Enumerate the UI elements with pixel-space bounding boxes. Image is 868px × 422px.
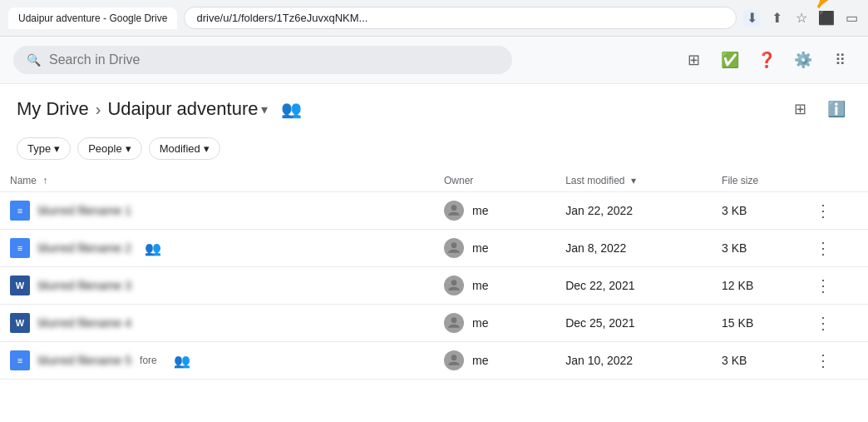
more-options-icon[interactable]: ⋮ [808, 273, 838, 298]
breadcrumb-actions: ⊞ ℹ️ [785, 94, 851, 124]
shared-icon: 👥 [145, 241, 161, 256]
file-name-cell[interactable]: W blurred filename 4 [0, 305, 434, 342]
file-size: 3 KB [722, 241, 747, 255]
checkmark-btn[interactable]: ✅ [715, 45, 745, 75]
info-btn[interactable]: ℹ️ [821, 94, 851, 124]
file-actions-cell[interactable]: ⋮ [798, 267, 868, 305]
table-row[interactable]: ≡ blurred filename 1 me Jan 22, 20223 KB… [0, 192, 868, 230]
file-name-cell[interactable]: W blurred filename 3 [0, 267, 434, 305]
file-owner-cell: me [434, 305, 555, 342]
file-type-icon: ≡ [10, 350, 30, 370]
shared-icon: 👥 [174, 353, 190, 369]
more-options-icon[interactable]: ⋮ [808, 236, 838, 261]
modified-date: Dec 22, 2021 [565, 279, 634, 292]
file-modified-cell: Jan 8, 2022 [555, 230, 712, 267]
owner-name: me [472, 204, 488, 217]
col-file-size: File size [712, 170, 798, 192]
filter-people-label: People [88, 142, 121, 155]
file-modified-cell: Dec 25, 2021 [555, 305, 712, 342]
file-modified-cell: Jan 10, 2022 [555, 342, 712, 380]
more-options-icon[interactable]: ⋮ [808, 310, 838, 335]
svg-point-1 [451, 205, 457, 211]
more-options-icon[interactable]: ⋮ [808, 348, 838, 373]
breadcrumb: My Drive › Udaipur adventure ▾ 👥 ⊞ ℹ️ [0, 84, 868, 134]
file-name-cell[interactable]: ≡ blurred filename 2 👥 [0, 230, 434, 267]
col-owner: Owner [434, 170, 555, 192]
avatar [444, 350, 464, 370]
file-name: blurred filename 2 [38, 241, 131, 255]
search-bar-row: 🔍 ⊞ ✅ ❓ ⚙️ ⠿ [0, 37, 868, 84]
breadcrumb-dropdown-icon[interactable]: ▾ [261, 102, 268, 117]
filter-chip-modified[interactable]: Modified ▾ [149, 137, 220, 160]
file-type-icon: W [10, 313, 30, 333]
extension-icon[interactable]: ⬛ [818, 10, 835, 27]
table-row[interactable]: W blurred filename 3 me Dec 22, 202112 K… [0, 267, 868, 305]
owner-name: me [472, 279, 488, 292]
file-name: blurred filename 4 [38, 316, 131, 330]
col-last-modified[interactable]: Last modified ▾ [555, 170, 712, 192]
avatar [444, 201, 464, 221]
file-modified-cell: Dec 22, 2021 [555, 267, 712, 305]
file-size: 3 KB [722, 354, 747, 367]
filter-modified-label: Modified [160, 142, 200, 155]
tab-title: Udaipur adventure - Google Drive [18, 12, 167, 24]
more-options-icon[interactable]: ⋮ [808, 198, 838, 223]
filter-icon-btn[interactable]: ⊞ [678, 45, 708, 75]
file-name-cell[interactable]: ≡ blurred filename 1 [0, 192, 434, 230]
search-input[interactable] [49, 52, 499, 67]
file-modified-cell: Jan 22, 2022 [555, 192, 712, 230]
filter-people-chevron: ▾ [126, 142, 131, 155]
file-size-cell: 12 KB [712, 267, 798, 305]
filter-row: Type ▾ People ▾ Modified ▾ [0, 134, 868, 170]
sidebar-icon[interactable]: ▭ [843, 10, 860, 27]
file-name: blurred filename 3 [38, 279, 131, 292]
table-row[interactable]: ≡ blurred filename 5 fore👥 me Jan 10, 20… [0, 342, 868, 380]
file-actions-cell[interactable]: ⋮ [798, 305, 868, 342]
col-name[interactable]: Name ↑ [0, 170, 434, 192]
file-actions-cell[interactable]: ⋮ [798, 192, 868, 230]
browser-chrome: Udaipur adventure - Google Drive drive/u… [0, 0, 868, 37]
search-icon: 🔍 [27, 53, 41, 67]
filter-chip-type[interactable]: Type ▾ [17, 137, 71, 160]
modified-date: Dec 25, 2021 [565, 316, 634, 330]
file-name: blurred filename 1 [38, 204, 131, 217]
file-actions-cell[interactable]: ⋮ [798, 342, 868, 380]
owner-name: me [472, 241, 488, 255]
modified-date: Jan 10, 2022 [565, 354, 633, 367]
modified-date: Jan 8, 2022 [565, 241, 626, 255]
bookmark-icon[interactable]: ☆ [793, 10, 810, 27]
browser-tab[interactable]: Udaipur adventure - Google Drive [8, 7, 177, 29]
breadcrumb-mydrive[interactable]: My Drive [17, 98, 89, 120]
table-row[interactable]: W blurred filename 4 me Dec 25, 202115 K… [0, 305, 868, 342]
view-toggle-btn[interactable]: ⊞ [785, 94, 815, 124]
file-actions-cell[interactable]: ⋮ [798, 230, 868, 267]
file-owner-cell: me [434, 192, 555, 230]
settings-btn[interactable]: ⚙️ [788, 45, 818, 75]
file-type-icon: ≡ [10, 201, 30, 221]
filter-chip-people[interactable]: People ▾ [77, 137, 141, 160]
file-size-cell: 3 KB [712, 342, 798, 380]
apps-btn[interactable]: ⠿ [825, 45, 855, 75]
filter-type-chevron: ▾ [54, 142, 60, 155]
table-row[interactable]: ≡ blurred filename 2 👥 me Jan 8, 20223 K… [0, 230, 868, 267]
filter-type-label: Type [27, 142, 51, 155]
app-container: 🔍 ⊞ ✅ ❓ ⚙️ ⠿ My Drive › Udaipur adventur… [0, 37, 868, 380]
search-bar[interactable]: 🔍 [13, 46, 512, 74]
breadcrumb-current[interactable]: Udaipur adventure ▾ [107, 98, 268, 120]
owner-name: me [472, 316, 488, 330]
file-size: 12 KB [722, 279, 753, 292]
file-owner-cell: me [434, 267, 555, 305]
breadcrumb-separator: › [96, 100, 101, 119]
file-owner-cell: me [434, 342, 555, 380]
file-name-cell[interactable]: ≡ blurred filename 5 fore👥 [0, 342, 434, 380]
url-bar[interactable]: drive/u/1/folders/1Tz6eJuvxqNKM... [184, 7, 737, 29]
svg-point-4 [451, 317, 457, 323]
owner-name: me [472, 354, 488, 367]
share-icon[interactable]: ⬆ [768, 10, 785, 27]
download-icon[interactable]: ⬇ [743, 10, 760, 27]
file-size-cell: 15 KB [712, 305, 798, 342]
help-btn[interactable]: ❓ [752, 45, 782, 75]
file-size: 15 KB [722, 316, 753, 330]
file-size-cell: 3 KB [712, 192, 798, 230]
filter-modified-chevron: ▾ [204, 142, 210, 155]
